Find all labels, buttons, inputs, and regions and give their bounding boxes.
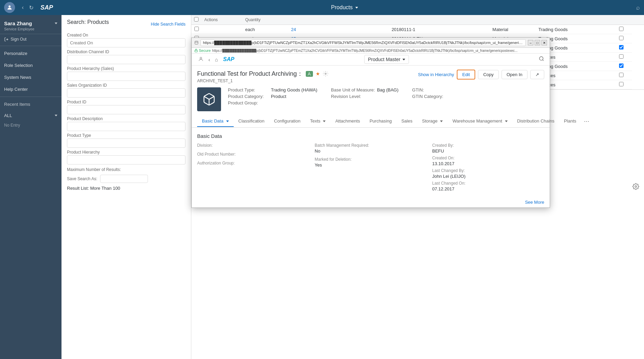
- product-type-input[interactable]: [67, 139, 186, 148]
- signout-label: Sign Out: [11, 37, 27, 42]
- popup-url-bar[interactable]: https://██████████████p(bD1FTiZjPTUwNCZp…: [201, 39, 526, 46]
- row-id-link[interactable]: 24: [291, 27, 296, 32]
- product-hierarchy-sales-input[interactable]: [67, 72, 186, 81]
- sidebar-all-item[interactable]: ALL: [0, 110, 61, 121]
- see-more-link[interactable]: See More: [525, 200, 544, 205]
- pd-favorite-icon[interactable]: ★: [316, 71, 320, 76]
- top-bar: ‹ ↻ SAP Products ⌕: [0, 0, 644, 15]
- history-nav-button[interactable]: ↻: [28, 3, 35, 12]
- row-qty-unit: each: [243, 25, 288, 34]
- open-in-button[interactable]: Open In: [502, 70, 527, 79]
- bd-field-marked-deletion: Marked for Deletion: Yes: [315, 157, 427, 168]
- pm-app-name: Product Master: [368, 57, 400, 62]
- product-description-input[interactable]: [67, 122, 186, 131]
- tab-configuration[interactable]: Configuration: [269, 116, 305, 127]
- search-field-created-on: Created On: [67, 33, 186, 47]
- pd-title-area: Functional Test for Product Archiving： A…: [197, 70, 328, 83]
- select-all-checkbox[interactable]: [194, 17, 198, 21]
- col-description: [490, 15, 536, 25]
- sidebar-all-dropdown-icon: [55, 115, 57, 116]
- row-id-cell: 24: [288, 25, 389, 34]
- nav-buttons: ‹ ↻: [20, 3, 35, 12]
- search-title: Search: Products: [67, 19, 109, 25]
- tab-distribution-chains[interactable]: Distribution Chains: [512, 116, 559, 127]
- pd-field-product-type: Product Type: Trading Goods (HAWA): [228, 87, 317, 92]
- user-avatar[interactable]: [4, 2, 15, 13]
- back-nav-button[interactable]: ‹: [20, 3, 25, 12]
- tab-purchasing[interactable]: Purchasing: [365, 116, 397, 127]
- pd-field-revision-level: Revision Level:: [331, 94, 398, 99]
- basic-data-tab-dropdown[interactable]: [226, 120, 229, 122]
- hide-search-fields-link[interactable]: Hide Search Fields: [151, 22, 186, 27]
- bd-field-last-changed-by: Last Changed By: John Lei (LEIJO): [432, 168, 544, 179]
- search-field-product-id: Product ID: [67, 100, 186, 114]
- app-dropdown-icon[interactable]: [355, 7, 358, 9]
- save-search-input[interactable]: [100, 175, 148, 183]
- sidebar-signout-item[interactable]: Sign Out: [0, 34, 61, 44]
- pm-app-dropdown-icon: [402, 59, 405, 60]
- tab-sales[interactable]: Sales: [397, 116, 417, 127]
- global-search-icon[interactable]: ⌕: [636, 4, 640, 11]
- pd-header: Functional Test for Product Archiving： A…: [192, 66, 550, 83]
- tab-basic-data[interactable]: Basic Data: [197, 116, 234, 127]
- popup-minimize-btn[interactable]: –: [528, 40, 533, 45]
- search-field-product-hierarchy: Product Hierarchy: [67, 150, 186, 164]
- pd-field-group-2: Base Unit of Measure: Bag (BAG) Revision…: [331, 87, 398, 105]
- tab-warehouse-mgmt[interactable]: Warehouse Management: [448, 116, 512, 127]
- popup-close-btn[interactable]: ✕: [542, 40, 547, 45]
- pd-field-product-group: Product Group:: [228, 100, 317, 105]
- pd-field-gtin-category: GTIN Category:: [412, 94, 455, 99]
- pd-basic-data-section: Basic Data Division: Old Product: [192, 128, 550, 197]
- basic-data-grid: Division: Old Product Number: Authorizat…: [197, 143, 544, 191]
- popup-maximize-btn[interactable]: □: [535, 40, 540, 45]
- pm-search-btn[interactable]: [539, 56, 544, 63]
- sidebar-role: Service Employee: [4, 27, 57, 31]
- dist-channel-id-input[interactable]: [67, 55, 186, 64]
- warehouse-tab-dropdown[interactable]: [505, 120, 508, 122]
- sidebar-item-role-selection[interactable]: Role Selection: [0, 59, 61, 71]
- row-marked-checkbox[interactable]: [619, 27, 624, 31]
- show-in-hierarchy-link[interactable]: Show in Hierarchy: [418, 72, 454, 77]
- tab-more-btn[interactable]: ⋯: [581, 115, 592, 127]
- svg-point-0: [9, 5, 11, 8]
- pd-field-product-category: Product Category: Product: [228, 94, 317, 99]
- sidebar-item-help-center[interactable]: Help Center: [0, 83, 61, 95]
- tab-storage[interactable]: Storage: [417, 116, 448, 127]
- tab-plants[interactable]: Plants: [559, 116, 581, 127]
- sidebar-item-system-news[interactable]: System News: [0, 71, 61, 83]
- row-checkbox[interactable]: [194, 27, 199, 31]
- copy-button[interactable]: Copy: [478, 70, 498, 79]
- bd-field-last-changed-on: Last Changed On: 07.12.2017: [432, 181, 544, 191]
- search-field-product-type: Product Type: [67, 133, 186, 148]
- pd-actions: Show in Hierarchy Edit Copy Open In ↗: [418, 70, 544, 80]
- storage-tab-dropdown[interactable]: [440, 120, 443, 122]
- pm-app-selector[interactable]: Product Master: [364, 55, 409, 64]
- search-field-product-desc: Product Description: [67, 116, 186, 131]
- pd-settings-icon[interactable]: [323, 71, 328, 76]
- tab-classification[interactable]: Classification: [234, 116, 270, 127]
- sap-logo: SAP: [40, 4, 53, 11]
- tab-texts[interactable]: Texts: [305, 116, 330, 127]
- pm-sap-logo: SAP: [223, 56, 234, 62]
- edit-button[interactable]: Edit: [457, 70, 475, 80]
- sidebar-item-personalize[interactable]: Personalize: [0, 47, 61, 59]
- sidebar-divider-1: [0, 46, 61, 46]
- table-row: each 24 20180111-1 Material Trading Good…: [191, 25, 644, 34]
- pm-back-btn[interactable]: ‹: [207, 56, 211, 63]
- pd-archive-id: ARCHIVE_TEST_1: [197, 78, 328, 83]
- pm-user-icon[interactable]: [197, 55, 205, 64]
- product-hierarchy-input[interactable]: [67, 155, 186, 164]
- texts-tab-dropdown[interactable]: [323, 120, 326, 122]
- product-id-input[interactable]: [67, 105, 186, 114]
- created-on-input[interactable]: [67, 38, 186, 47]
- sidebar-user-dropdown-icon[interactable]: [55, 23, 57, 24]
- tab-attachments[interactable]: Attachments: [330, 116, 365, 127]
- col-unit: [288, 15, 389, 25]
- pm-home-btn[interactable]: ⌂: [214, 56, 219, 63]
- main-content: Search: Products Hide Search Fields Crea…: [61, 15, 644, 359]
- sales-org-id-input[interactable]: [67, 88, 186, 98]
- bd-field-old-number: Old Product Number:: [197, 152, 309, 157]
- search-field-dist-channel: Distribution Channel ID: [67, 49, 186, 64]
- pd-title: Functional Test for Product Archiving： A…: [197, 70, 328, 78]
- external-link-button[interactable]: ↗: [530, 70, 544, 79]
